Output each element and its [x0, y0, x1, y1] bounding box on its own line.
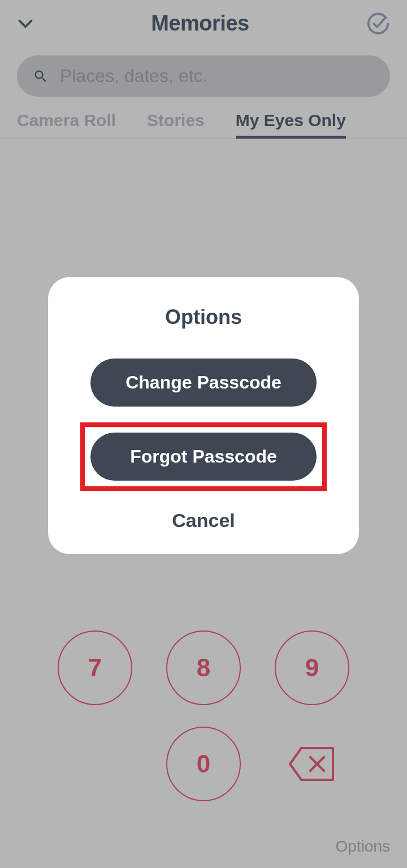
options-link[interactable]: Options: [336, 837, 391, 856]
passcode-keypad: 7 8 9 0: [0, 631, 407, 845]
search-icon: [33, 68, 49, 84]
cancel-button[interactable]: Cancel: [172, 509, 235, 532]
keypad-row: 7 8 9: [58, 631, 349, 705]
keypad-key-0[interactable]: 0: [166, 727, 241, 801]
keypad-key-9[interactable]: 9: [275, 631, 349, 705]
select-check-icon[interactable]: [366, 12, 390, 36]
keypad-key-7[interactable]: 7: [58, 631, 132, 705]
search-placeholder: Places, dates, etc.: [60, 66, 207, 87]
modal-title: Options: [165, 305, 242, 329]
change-passcode-button[interactable]: Change Passcode: [90, 359, 317, 407]
tab-stories[interactable]: Stories: [147, 111, 205, 139]
close-chevron-icon[interactable]: [17, 15, 34, 32]
tab-camera-roll[interactable]: Camera Roll: [17, 111, 116, 139]
page-title: Memories: [151, 11, 249, 36]
keypad-empty: [58, 727, 132, 801]
header: Memories: [0, 0, 407, 41]
backspace-icon[interactable]: [275, 727, 349, 801]
keypad-row: 0: [58, 727, 349, 801]
tabs-container: Camera Roll Stories My Eyes Only: [0, 105, 407, 139]
keypad-key-8[interactable]: 8: [166, 631, 241, 705]
search-input[interactable]: Places, dates, etc.: [17, 55, 390, 97]
highlight-annotation: Forgot Passcode: [80, 422, 327, 491]
options-modal: Options Change Passcode Forgot Passcode …: [48, 277, 359, 554]
forgot-passcode-button[interactable]: Forgot Passcode: [90, 433, 317, 481]
tab-my-eyes-only[interactable]: My Eyes Only: [236, 111, 346, 139]
